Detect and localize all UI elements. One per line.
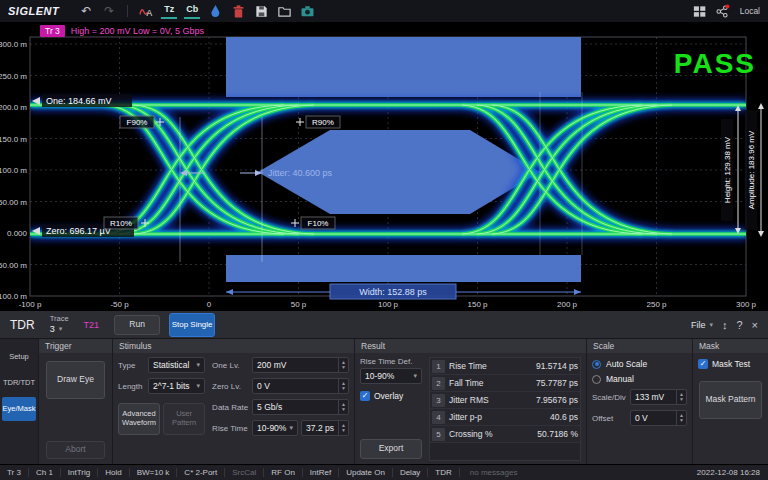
- stepper-arrows-icon[interactable]: ▲▼: [338, 400, 348, 414]
- y-axis-ticks: 300.0 m 250.0 m 200.0 m 150.0 m 100.0 m …: [0, 40, 28, 301]
- display-layout-icon[interactable]: [692, 3, 708, 19]
- status-bar: Tr 3 Ch 1 IntTrig Hold BW=10 k C* 2-Port…: [0, 464, 768, 480]
- zero-level-input[interactable]: 0 V ▲▼: [252, 378, 349, 394]
- table-row[interactable]: 3 Jitter RMS 7.95676 ps: [430, 392, 580, 409]
- status-trigger[interactable]: IntTrig: [61, 468, 98, 477]
- trace-settings-text: High = 200 mV Low = 0V, 5 Gbps: [71, 26, 204, 36]
- status-cal[interactable]: C* 2-Port: [177, 468, 225, 477]
- overlay-checkbox[interactable]: ✓: [360, 391, 370, 401]
- jitter-value-label: Jitter: 40.600 ps: [268, 168, 333, 178]
- status-ref[interactable]: IntRef: [303, 468, 339, 477]
- auto-scale-radio-row[interactable]: Auto Scale: [592, 359, 687, 369]
- auto-scale-label: Auto Scale: [606, 359, 647, 369]
- table-row[interactable]: 4 Jitter p-p 40.6 ps: [430, 409, 580, 426]
- result-section-title: Result: [355, 339, 586, 353]
- trash-icon[interactable]: [230, 3, 246, 19]
- resize-panel-icon[interactable]: ↕: [722, 319, 728, 331]
- overlay-checkbox-row[interactable]: ✓ Overlay: [360, 391, 422, 401]
- rise-time-input[interactable]: 37.2 ps ▲▼: [301, 420, 349, 436]
- stepper-arrows-icon[interactable]: ▲▼: [338, 379, 348, 393]
- channel-label[interactable]: T21: [84, 320, 100, 330]
- mask-test-label: Mask Test: [712, 359, 750, 369]
- status-channel[interactable]: Ch 1: [29, 468, 61, 477]
- mask-pattern-button[interactable]: Mask Pattern: [699, 381, 762, 419]
- svg-text:150 p: 150 p: [467, 300, 488, 309]
- zero-level-label: Zero: 696.17 µV: [46, 226, 111, 236]
- redo-icon[interactable]: ↷: [101, 3, 117, 19]
- svg-text:50.00 m: 50.00 m: [0, 198, 27, 207]
- tab-setup[interactable]: Setup: [2, 345, 36, 369]
- width-annotation: Width: 152.88 ps: [226, 284, 581, 299]
- draw-eye-button[interactable]: Draw Eye: [46, 361, 105, 399]
- svg-text:200 p: 200 p: [557, 300, 578, 309]
- help-icon[interactable]: ?: [736, 319, 742, 331]
- one-level-input[interactable]: 200 mV ▲▼: [252, 357, 349, 373]
- local-remote-label[interactable]: Local: [740, 6, 760, 16]
- scale-div-input[interactable]: 133 mV ▲▼: [630, 389, 687, 405]
- dropper-icon[interactable]: [207, 3, 223, 19]
- chevron-down-icon: ▾: [290, 424, 294, 432]
- chevron-down-icon: ▾: [59, 325, 63, 333]
- status-update[interactable]: Update On: [339, 468, 393, 477]
- pattern-length-select[interactable]: 2^7-1 bits ▾: [148, 378, 205, 394]
- status-mode[interactable]: TDR: [428, 468, 459, 477]
- toolbar-divider: [127, 5, 128, 17]
- status-delay[interactable]: Delay: [393, 468, 428, 477]
- tab-eye-mask[interactable]: Eye/Mask: [2, 397, 36, 421]
- one-level-field-label: One Lv.: [212, 361, 252, 370]
- auto-scale-radio[interactable]: [592, 360, 601, 369]
- mask-test-checkbox[interactable]: ✓: [698, 359, 708, 369]
- table-row[interactable]: 1 Rise Time 91.5714 ps: [430, 358, 580, 375]
- panel-tab-strip: Setup TDR/TDT Eye/Mask: [0, 339, 38, 465]
- eye-diagram-plot[interactable]: Jitter: 40.600 ps Width: 152.88 ps One: …: [0, 22, 768, 310]
- manual-scale-radio-row[interactable]: Manual: [592, 374, 687, 384]
- data-rate-input[interactable]: 5 Gb/s ▲▼: [252, 399, 349, 415]
- result-rise-def-select[interactable]: 10-90% ▾: [360, 368, 422, 384]
- status-srccal[interactable]: SrcCal: [225, 468, 264, 477]
- table-row[interactable]: 2 Fall Time 75.7787 ps: [430, 375, 580, 392]
- offset-input[interactable]: 0 V ▲▼: [630, 410, 687, 426]
- autoscale-waveform-icon[interactable]: A: [138, 3, 154, 19]
- close-panel-icon[interactable]: ×: [752, 319, 758, 331]
- stepper-arrows-icon[interactable]: ▲▼: [338, 421, 348, 435]
- lan-status-icon[interactable]: [715, 3, 731, 19]
- stop-single-button[interactable]: Stop Single: [169, 313, 215, 337]
- status-datetime: 2022-12-08 16:28: [689, 468, 768, 477]
- cb-icon[interactable]: Cb: [184, 3, 200, 19]
- trace-select[interactable]: Trace 3▾: [50, 315, 69, 334]
- abort-button[interactable]: Abort: [46, 441, 105, 459]
- stepper-arrows-icon[interactable]: ▲▼: [338, 358, 348, 372]
- file-menu[interactable]: File ▾: [691, 320, 713, 330]
- trace-badge[interactable]: Tr 3: [40, 25, 65, 37]
- export-button[interactable]: Export: [360, 439, 422, 459]
- overlay-label: Overlay: [374, 391, 403, 401]
- user-pattern-button[interactable]: User Pattern: [163, 403, 205, 435]
- rise-time-def-select[interactable]: 10-90% ▾: [252, 420, 298, 436]
- stepper-arrows-icon[interactable]: ▲▼: [676, 390, 686, 404]
- table-row[interactable]: 5 Crossing % 50.7186 %: [430, 426, 580, 443]
- rise-time-label: Rise Time: [212, 424, 252, 433]
- folder-icon[interactable]: [276, 3, 292, 19]
- svg-text:300 p: 300 p: [736, 300, 757, 309]
- f10-label: F10%: [308, 219, 329, 228]
- one-level-label: One: 184.66 mV: [46, 96, 112, 106]
- camera-icon[interactable]: [299, 3, 315, 19]
- manual-scale-radio[interactable]: [592, 375, 601, 384]
- siglent-logo: SIGLENT: [8, 5, 59, 17]
- mask-bottom-region: [226, 255, 581, 282]
- tz-icon[interactable]: Tz: [161, 3, 177, 19]
- run-button[interactable]: Run: [114, 315, 160, 335]
- status-bandwidth[interactable]: BW=10 k: [130, 468, 178, 477]
- save-icon[interactable]: [253, 3, 269, 19]
- stimulus-type-select[interactable]: Statistical ▾: [148, 357, 205, 373]
- tab-tdr-tdt[interactable]: TDR/TDT: [2, 371, 36, 395]
- amplitude-label: Amplitude: 183.96 mV: [747, 130, 756, 209]
- zero-level-field-label: Zero Lv.: [212, 382, 252, 391]
- mask-test-checkbox-row[interactable]: ✓ Mask Test: [698, 359, 763, 369]
- advanced-waveform-button[interactable]: Advanced Waveform: [118, 403, 160, 435]
- stepper-arrows-icon[interactable]: ▲▼: [676, 411, 686, 425]
- status-hold[interactable]: Hold: [98, 468, 129, 477]
- status-trace[interactable]: Tr 3: [0, 468, 29, 477]
- undo-icon[interactable]: ↶: [78, 3, 94, 19]
- status-rf[interactable]: RF On: [264, 468, 303, 477]
